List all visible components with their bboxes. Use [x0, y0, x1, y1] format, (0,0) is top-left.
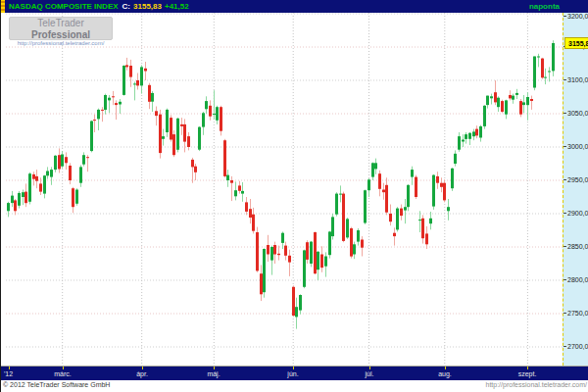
price-tick-label: 3100,00 — [567, 76, 588, 83]
chart-window: NASDAQ COMPOSITE INDEX C: 3155,83 +41,52… — [0, 0, 588, 392]
symbol-name: NASDAQ COMPOSITE INDEX — [9, 2, 119, 11]
price-tick-label: 2900,00 — [567, 210, 588, 217]
time-tick-label: máj. — [207, 370, 220, 377]
price-tick-label: 2850,00 — [567, 243, 588, 250]
close-value: 3155,83 — [133, 2, 162, 11]
chart-header: NASDAQ COMPOSITE INDEX C: 3155,83 +41,52… — [1, 0, 588, 13]
price-tick-label: 2700,00 — [567, 343, 588, 350]
time-tick-mark — [369, 367, 370, 369]
time-tick-mark — [9, 367, 10, 369]
window-grip[interactable] — [1, 0, 5, 13]
time-tick-mark — [527, 367, 528, 369]
time-tick-mark — [142, 367, 143, 369]
price-tick-label: 2800,00 — [567, 276, 588, 283]
time-tick-mark — [63, 367, 64, 369]
price-tick-label: 3200,00 — [567, 13, 588, 20]
price-tick-label: 2750,00 — [567, 310, 588, 317]
price-tick-label: 3050,00 — [567, 110, 588, 117]
time-axis[interactable]: '12márc.ápr.máj.jún.júl.aug.szept. — [1, 366, 588, 380]
watermark-url: http://professional.teletrader.com/ — [10, 40, 112, 46]
time-tick-mark — [293, 367, 294, 369]
price-tick-label: 3000,00 — [567, 143, 588, 150]
time-tick-label: júl. — [366, 370, 374, 377]
time-tick-mark — [214, 367, 215, 369]
footer: © 2012 TeleTrader Software GmbH http://p… — [1, 380, 588, 392]
change-value: +41,52 — [165, 2, 189, 11]
time-tick-label: márc. — [54, 370, 72, 377]
time-tick-label: ápr. — [136, 370, 148, 377]
price-axis[interactable]: 3200,003150,003100,003050,003000,002950,… — [563, 13, 588, 366]
interval-label[interactable]: naponta — [529, 2, 560, 11]
watermark: TeleTrader Professional http://professio… — [9, 17, 113, 40]
plot-area[interactable]: TeleTrader Professional http://professio… — [6, 13, 563, 366]
copyright-text: © 2012 TeleTrader Software GmbH — [3, 381, 110, 388]
time-tick-label: jún. — [287, 370, 298, 377]
time-tick-label: szept. — [518, 370, 537, 377]
candlestick-chart[interactable] — [6, 13, 563, 366]
close-label: C: — [122, 2, 130, 11]
time-tick-label: '12 — [4, 370, 13, 377]
price-tick-label: 2950,00 — [567, 176, 588, 183]
footer-url-link[interactable]: http://professional.teletrader.com/ — [486, 381, 588, 388]
current-price-label: 3155,83 — [564, 37, 588, 49]
watermark-title: TeleTrader Professional — [10, 18, 112, 41]
time-tick-mark — [445, 367, 446, 369]
time-tick-label: aug. — [438, 370, 452, 377]
